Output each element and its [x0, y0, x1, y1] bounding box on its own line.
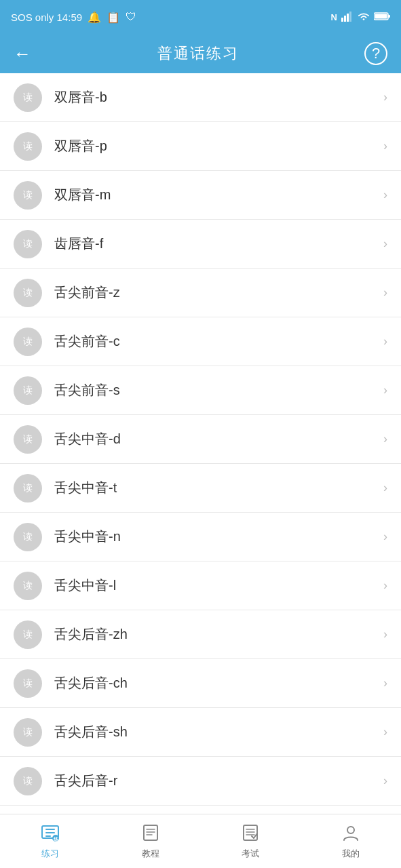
notification-icon: 🔔	[88, 11, 101, 24]
item-icon: 读	[14, 572, 42, 600]
wifi-icon	[358, 11, 370, 24]
lianxi-label: 练习	[41, 848, 59, 860]
kaoshi-label: 考试	[242, 848, 259, 860]
status-left: SOS only 14:59 🔔 📋 🛡	[11, 11, 136, 24]
nav-kaoshi[interactable]: 考试	[201, 816, 301, 867]
list-item[interactable]: 读 舌尖前音-z ›	[0, 269, 401, 317]
chevron-right-icon: ›	[383, 530, 387, 544]
svg-rect-1	[344, 16, 346, 22]
chevron-right-icon: ›	[383, 237, 387, 251]
jiaocheng-label: 教程	[142, 848, 159, 860]
item-label: 舌尖中音-d	[54, 430, 378, 448]
list-item[interactable]: 读 双唇音-p ›	[0, 122, 401, 171]
item-label: 舌尖后音-zh	[54, 625, 378, 644]
svg-rect-0	[341, 18, 343, 22]
item-icon: 读	[14, 279, 42, 307]
item-label: 舌尖后音-sh	[54, 723, 378, 741]
nav-lianxi[interactable]: 练 练习	[0, 816, 100, 867]
chevron-right-icon: ›	[383, 725, 387, 739]
nav-wode[interactable]: 我的	[301, 816, 401, 867]
svg-rect-17	[244, 825, 257, 840]
item-icon: 读	[14, 132, 42, 161]
chevron-right-icon: ›	[383, 774, 387, 788]
svg-rect-13	[144, 825, 157, 840]
list-item[interactable]: 读 舌尖中音-t ›	[0, 464, 401, 513]
status-bar: SOS only 14:59 🔔 📋 🛡 N	[0, 0, 401, 34]
svg-rect-6	[375, 14, 387, 18]
chevron-right-icon: ›	[383, 334, 387, 349]
item-icon: 读	[14, 718, 42, 747]
wode-label: 我的	[342, 848, 360, 860]
list-item[interactable]: 读 舌尖前音-s ›	[0, 366, 401, 415]
chevron-right-icon: ›	[383, 383, 387, 397]
item-label: 齿唇音-f	[54, 235, 378, 253]
battery-icon	[374, 12, 390, 23]
svg-rect-3	[349, 12, 351, 22]
chevron-right-icon: ›	[383, 481, 387, 495]
help-button[interactable]: ?	[364, 42, 387, 65]
chevron-right-icon: ›	[383, 90, 387, 104]
header: ← 普通话练习 ?	[0, 34, 401, 73]
chevron-right-icon: ›	[383, 578, 387, 593]
status-right: N	[331, 11, 390, 24]
svg-text:练: 练	[52, 837, 58, 842]
item-label: 双唇音-m	[54, 186, 378, 204]
item-icon: 读	[14, 425, 42, 454]
jiaocheng-icon	[141, 823, 160, 845]
chevron-right-icon: ›	[383, 627, 387, 642]
wode-icon	[341, 823, 360, 845]
svg-rect-2	[347, 14, 349, 22]
chevron-right-icon: ›	[383, 139, 387, 153]
chevron-right-icon: ›	[383, 676, 387, 690]
svg-point-21	[347, 827, 354, 833]
item-icon: 读	[14, 474, 42, 502]
item-label: 舌尖后音-ch	[54, 674, 378, 692]
chevron-right-icon: ›	[383, 188, 387, 202]
item-icon: 读	[14, 83, 42, 112]
list-item[interactable]: 读 舌尖中音-n ›	[0, 513, 401, 561]
bottom-nav: 练 练习 教程 考试	[0, 814, 401, 868]
chevron-right-icon: ›	[383, 432, 387, 446]
list-item[interactable]: 读 舌尖前音-c ›	[0, 317, 401, 366]
list-item[interactable]: 读 舌尖中音-l ›	[0, 561, 401, 610]
list-item[interactable]: 读 双唇音-m ›	[0, 171, 401, 220]
list-item[interactable]: 读 齿唇音-f ›	[0, 220, 401, 269]
item-icon: 读	[14, 181, 42, 210]
page-title: 普通话练习	[157, 43, 239, 64]
item-label: 舌尖前音-c	[54, 332, 378, 351]
nfc-icon: N	[331, 12, 337, 22]
list-item[interactable]: 读 舌尖后音-zh ›	[0, 610, 401, 659]
nav-jiaocheng[interactable]: 教程	[100, 816, 201, 867]
item-icon: 读	[14, 669, 42, 698]
status-text: SOS only 14:59	[11, 12, 82, 23]
item-label: 舌尖中音-t	[54, 479, 378, 497]
item-label: 舌尖前音-z	[54, 283, 378, 302]
list-item[interactable]: 读 舌尖后音-ch ›	[0, 659, 401, 708]
shield-icon: 🛡	[126, 11, 136, 23]
item-icon: 读	[14, 328, 42, 356]
item-icon: 读	[14, 523, 42, 551]
list-item[interactable]: 读 双唇音-b ›	[0, 73, 401, 122]
kaoshi-icon	[241, 823, 260, 845]
lianxi-icon: 练	[41, 823, 60, 845]
back-button[interactable]: ←	[14, 45, 31, 62]
item-icon: 读	[14, 620, 42, 649]
item-icon: 读	[14, 376, 42, 405]
item-icon: 读	[14, 230, 42, 258]
item-icon: 读	[14, 767, 42, 795]
item-label: 舌尖中音-l	[54, 576, 378, 595]
list-item[interactable]: 读 舌尖中音-d ›	[0, 415, 401, 464]
item-label: 舌尖中音-n	[54, 528, 378, 546]
clipboard-icon: 📋	[107, 11, 120, 24]
item-label: 双唇音-b	[54, 88, 378, 106]
item-label: 舌尖前音-s	[54, 381, 378, 399]
signal-icon	[341, 11, 354, 24]
item-label: 舌尖后音-r	[54, 772, 378, 790]
list-item[interactable]: 读 舌尖后音-r ›	[0, 757, 401, 806]
list-container: 读 双唇音-b › 读 双唇音-p › 读 双唇音-m › 读 齿唇音-f › …	[0, 73, 401, 814]
item-label: 双唇音-p	[54, 137, 378, 155]
list-item[interactable]: 读 舌尖后音-sh ›	[0, 708, 401, 757]
chevron-right-icon: ›	[383, 285, 387, 300]
svg-rect-5	[388, 15, 390, 18]
